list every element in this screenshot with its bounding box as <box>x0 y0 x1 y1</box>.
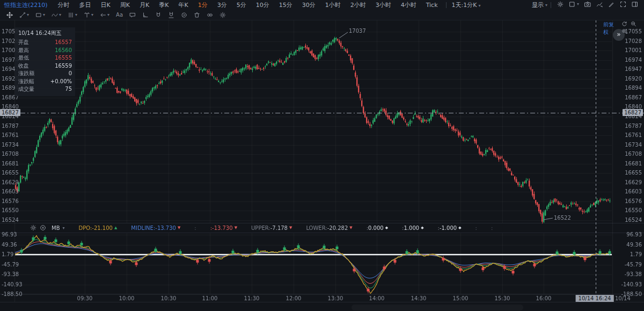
info-label: 成交量 <box>18 85 34 93</box>
info-label: 开盘 <box>18 39 29 47</box>
display-menu[interactable]: 显示▾ <box>532 1 547 9</box>
indicator-param-label: UPPER: <box>251 225 270 231</box>
indicator-param-value: -13.730 <box>155 225 176 231</box>
indicator-param-value: -1.000 <box>440 225 457 231</box>
indicator-param: DPO: -21.100▲ <box>79 225 118 231</box>
price-axis-label: 17001 <box>625 48 642 53</box>
indicator-name[interactable]: MB <box>52 225 60 231</box>
info-value: 16560 <box>55 47 72 55</box>
gear-tool[interactable] <box>216 12 229 18</box>
panel-icon[interactable] <box>629 1 641 8</box>
period-tab-季K[interactable]: 季K <box>154 2 173 9</box>
period-tab-多日[interactable]: 多日 <box>75 2 96 9</box>
chart-canvas[interactable] <box>0 20 644 311</box>
indicator-param-value: -7.178 <box>270 225 288 231</box>
crosshair-price-tag-left: 16827 <box>0 109 20 116</box>
period-tab-1小时[interactable]: 1小时 <box>320 2 346 9</box>
price-axis-label: 16894 <box>625 85 642 91</box>
info-row-收盘: 收盘16559 <box>18 62 72 70</box>
time-label-11:30: 11:30 <box>244 295 260 301</box>
indicator-axis-label: -45.79 <box>625 262 642 267</box>
indicator-settings-icon[interactable] <box>30 225 36 231</box>
time-label-12:00: 12:00 <box>286 295 302 301</box>
info-row-成交量: 成交量75 <box>18 85 72 93</box>
price-axis-label: 16603 <box>625 189 642 194</box>
trend-line-tool[interactable]: ▾ <box>16 12 32 18</box>
indicator-param-value: -20.282 <box>327 225 348 231</box>
time-label-14:30: 14:30 <box>411 295 427 301</box>
period-tab-分时[interactable]: 分时 <box>53 2 75 9</box>
period-tab-5分[interactable]: 5分 <box>232 2 251 9</box>
indicator-param-label: : <box>475 225 477 231</box>
link-toggle-tool[interactable] <box>203 12 216 18</box>
time-axis[interactable]: 09:3010:0010:3011:0011:3012:0013:3014:00… <box>0 294 644 302</box>
zoom-out-icon[interactable] <box>629 21 638 27</box>
info-datetime: 10/14 16:24周五 <box>18 30 72 37</box>
indicator-param: : <box>194 225 196 231</box>
period-tab-月K[interactable]: 月K <box>135 2 154 9</box>
info-row-最高: 最高16560 <box>18 47 72 55</box>
period-tab-3分[interactable]: 3分 <box>213 2 232 9</box>
period-tab-年K[interactable]: 年K <box>173 2 193 9</box>
indicator-param-marker: ◆ <box>421 226 423 230</box>
price-axis-label: 16550 <box>625 208 642 213</box>
text-tool[interactable]: Aa <box>113 12 126 18</box>
comment-tool[interactable] <box>126 12 139 18</box>
interval-combo-label: 1天:1分K <box>452 2 477 9</box>
symbol-label[interactable]: 恒指主连(2210) <box>4 1 48 9</box>
price-axis-label: 17028 <box>625 39 642 44</box>
period-tab-4小时[interactable]: 4小时 <box>396 2 421 9</box>
time-label-10:00: 10:00 <box>119 295 135 301</box>
collapse-panel-button[interactable]: » <box>613 29 625 41</box>
layout-icon[interactable]: ▾ <box>566 1 582 8</box>
time-label-15:00: 15:00 <box>453 295 469 301</box>
period-tab-30分[interactable]: 30分 <box>297 2 320 9</box>
angle-tool[interactable] <box>139 12 152 18</box>
price-axis-label: 16761 <box>625 133 642 138</box>
chart-edit-icon[interactable] <box>594 1 605 8</box>
indicator-param: LOWER: -20.282▼ <box>306 225 352 231</box>
target-tool[interactable] <box>178 12 191 18</box>
fullscreen-icon[interactable] <box>617 1 629 8</box>
rectangle-tool[interactable]: ▾ <box>32 12 48 18</box>
arrow-left-tool[interactable]: ▾ <box>97 12 113 18</box>
price-axis-label: 16787 <box>2 124 19 129</box>
chevron-down-icon: ▾ <box>107 12 109 17</box>
period-tab-15分[interactable]: 15分 <box>274 2 297 9</box>
price-axis-label: 16524 <box>2 218 19 223</box>
info-value: 16559 <box>55 62 72 70</box>
indicator-param-marker: ▼ <box>289 226 292 230</box>
wave-tool[interactable]: ▾ <box>48 12 64 18</box>
period-tab-10分[interactable]: 10分 <box>251 2 274 9</box>
period-tab-2小时[interactable]: 2小时 <box>346 2 371 9</box>
period-tab-Tick[interactable]: Tick <box>421 2 443 9</box>
move-tool[interactable] <box>3 12 16 18</box>
period-tab-日K[interactable]: 日K <box>96 2 115 9</box>
pitchfork-tool[interactable]: ▾ <box>80 12 97 18</box>
undo-icon[interactable] <box>620 21 629 27</box>
indicator-header: MB ▾ DPO: -21.100▲MIDLINE: -13.730▼:: -1… <box>0 223 644 233</box>
time-label-14:00: 14:00 <box>369 295 385 301</box>
parallel-lines-tool[interactable]: ▾ <box>64 12 80 18</box>
period-tab-周K[interactable]: 周K <box>115 2 135 9</box>
indicator-param-value: -13.730 <box>212 225 233 231</box>
price-axis-label: 16550 <box>2 208 19 213</box>
toolbar-divider <box>551 2 551 8</box>
gear-icon[interactable] <box>554 1 566 8</box>
period-tab-3小时[interactable]: 3小时 <box>371 2 396 9</box>
price-axis-label: 16974 <box>625 57 642 63</box>
pencil-icon[interactable] <box>605 1 617 8</box>
camera-icon[interactable] <box>582 1 594 8</box>
magnet-tool[interactable] <box>152 12 165 18</box>
indicator-param-marker: ▲ <box>114 226 117 230</box>
price-axis-label: 16734 <box>625 142 642 148</box>
interval-combo[interactable]: 1天:1分K▾ <box>450 1 483 9</box>
indicator-close-icon[interactable] <box>40 225 46 231</box>
period-tab-1分[interactable]: 1分 <box>193 2 213 9</box>
time-label-16:00: 16:00 <box>536 295 552 301</box>
time-label-09:30: 09:30 <box>77 295 93 301</box>
info-row-涨跌额: 涨跌额0 <box>18 70 72 78</box>
magnet-strong-tool[interactable] <box>165 12 178 18</box>
trash-tool[interactable] <box>191 12 203 18</box>
horizontal-scrollbar[interactable] <box>352 305 523 310</box>
